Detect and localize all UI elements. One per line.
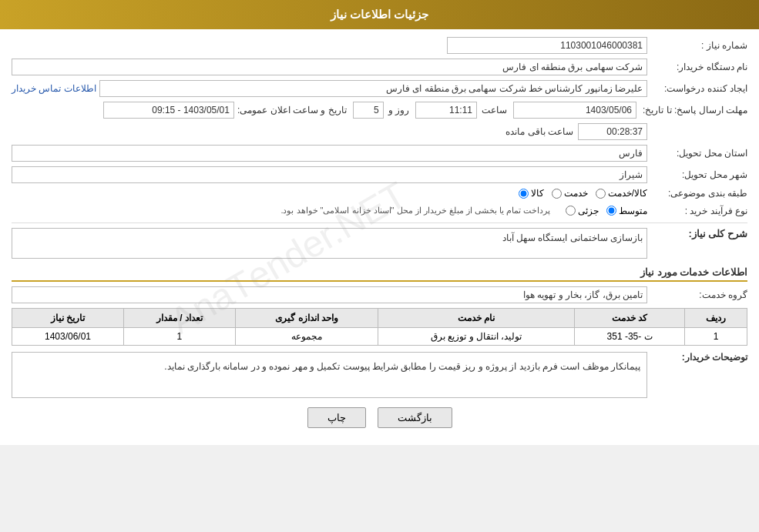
service-group-label: گروه خدمت: — [647, 289, 747, 300]
need-desc-value: بازسازی ساختمانی ایستگاه سهل آباد — [502, 233, 643, 243]
category-kala-label: کالا — [531, 188, 544, 199]
services-section-title: اطلاعات خدمات مورد نیاز — [12, 266, 747, 282]
cell-row: 1 — [685, 328, 747, 346]
province-label: استان محل تحویل: — [647, 148, 747, 159]
process-label: نوع فرآیند خرید : — [647, 206, 747, 216]
cell-code: ت -35- 351 — [575, 328, 685, 346]
remain-input — [578, 123, 647, 140]
service-group-input — [12, 286, 647, 303]
service-group-row: گروه خدمت: — [12, 286, 747, 303]
pub-date-input — [103, 102, 234, 119]
col-unit: واحد اندازه گیری — [235, 309, 378, 328]
city-input — [12, 166, 647, 183]
days-label: روز و — [384, 105, 415, 115]
process-jozii[interactable]: جزئی — [566, 206, 599, 216]
back-button[interactable]: بازگشت — [378, 407, 452, 428]
col-name: نام خدمت — [378, 309, 575, 328]
category-khidmat-label: خدمت — [564, 188, 588, 199]
category-khidmat-radio[interactable] — [552, 189, 562, 199]
category-label: طبقه بندی موضوعی: — [647, 188, 747, 199]
process-radio-group: متوسط جزئی — [566, 206, 647, 216]
process-jozii-label: جزئی — [578, 206, 599, 216]
category-kala[interactable]: کالا — [519, 188, 544, 199]
need-number-input — [447, 37, 647, 54]
category-kala-khidmat-radio[interactable] — [596, 189, 606, 199]
content-area: شماره نیاز : نام دستگاه خریدار: ایجاد کن… — [0, 29, 759, 445]
need-desc-row: شرح کلی نیاز: بازسازی ساختمانی ایستگاه س… — [12, 228, 747, 259]
cell-date: 1403/06/01 — [12, 328, 124, 346]
buyer-desc-value: پیمانکار موظف است فرم بازدید از پروژه و … — [164, 361, 640, 372]
buttons-row: بازگشت چاپ — [12, 407, 747, 428]
time-label: ساعت — [477, 105, 513, 115]
buyer-org-label: نام دستگاه خریدار: — [647, 62, 747, 72]
col-row: ردیف — [685, 309, 747, 328]
category-kala-khidmat-label: کالا/خدمت — [608, 188, 647, 199]
need-desc-box: بازسازی ساختمانی ایستگاه سهل آباد — [12, 228, 647, 259]
remain-label: ساعت باقی مانده — [501, 126, 578, 137]
process-notice: پرداخت تمام یا بخشی از مبلغ خریدار از مح… — [12, 203, 566, 218]
col-date: تاریخ نیاز — [12, 309, 124, 328]
process-row: نوع فرآیند خرید : متوسط جزئی پرداخت تمام… — [12, 203, 747, 218]
cell-count: 1 — [124, 328, 236, 346]
buyer-org-input — [12, 59, 647, 75]
category-khidmat[interactable]: خدمت — [552, 188, 588, 199]
page-wrapper: جزئیات اطلاعات نیاز شماره نیاز : نام دست… — [0, 0, 759, 445]
creator-label: ایجاد کننده درخواست: — [647, 83, 747, 94]
col-count: تعداد / مقدار — [124, 309, 236, 328]
print-button[interactable]: چاپ — [307, 407, 366, 428]
buyer-desc-label: توضیحات خریدار: — [647, 352, 747, 363]
province-input — [12, 145, 647, 162]
buyer-desc-row: توضیحات خریدار: پیمانکار موظف است فرم با… — [12, 352, 747, 398]
process-motavasset[interactable]: متوسط — [606, 206, 647, 216]
creator-link[interactable]: اطلاعات تماس خریدار — [12, 83, 99, 94]
buyer-desc-box: پیمانکار موظف است فرم بازدید از پروژه و … — [12, 352, 647, 398]
process-motavasset-radio[interactable] — [606, 206, 616, 216]
need-number-label: شماره نیاز : — [647, 40, 747, 51]
services-table: ردیف کد خدمت نام خدمت واحد اندازه گیری ت… — [12, 308, 747, 346]
creator-row: ایجاد کننده درخواست: اطلاعات تماس خریدار — [12, 80, 747, 97]
remain-row: ساعت باقی مانده — [12, 123, 647, 140]
separator1 — [12, 223, 747, 223]
city-label: شهر محل تحویل: — [647, 169, 747, 180]
process-jozii-radio[interactable] — [566, 206, 576, 216]
response-days-input — [353, 102, 384, 119]
process-motavasset-label: متوسط — [619, 206, 647, 216]
cell-unit: مجموعه — [235, 328, 378, 346]
deadline-row: مهلت ارسال پاسخ: تا تاریخ: ساعت روز و تا… — [12, 102, 747, 119]
city-row: شهر محل تحویل: — [12, 166, 747, 183]
table-row: 1ت -35- 351تولید، انتقال و توزیع برقمجمو… — [12, 328, 747, 346]
response-time-input — [415, 102, 477, 119]
cell-name: تولید، انتقال و توزیع برق — [378, 328, 575, 346]
province-row: استان محل تحویل: — [12, 145, 747, 162]
category-radio-group: کالا/خدمت خدمت کالا — [519, 188, 647, 199]
deadline-label: مهلت ارسال پاسخ: تا تاریخ: — [636, 105, 747, 115]
category-kala-khidmat[interactable]: کالا/خدمت — [596, 188, 647, 199]
page-header: جزئیات اطلاعات نیاز — [0, 0, 759, 29]
pub-date-label: تاریخ و ساعت اعلان عمومی: — [234, 105, 353, 115]
need-number-row: شماره نیاز : — [12, 37, 747, 54]
col-code: کد خدمت — [575, 309, 685, 328]
buyer-org-row: نام دستگاه خریدار: — [12, 59, 747, 75]
need-desc-label: شرح کلی نیاز: — [647, 228, 747, 239]
category-row: طبقه بندی موضوعی: کالا/خدمت خدمت کالا — [12, 188, 747, 199]
creator-input — [99, 80, 647, 97]
response-date-input — [513, 102, 636, 119]
page-title: جزئیات اطلاعات نیاز — [331, 8, 428, 21]
category-kala-radio[interactable] — [519, 189, 529, 199]
